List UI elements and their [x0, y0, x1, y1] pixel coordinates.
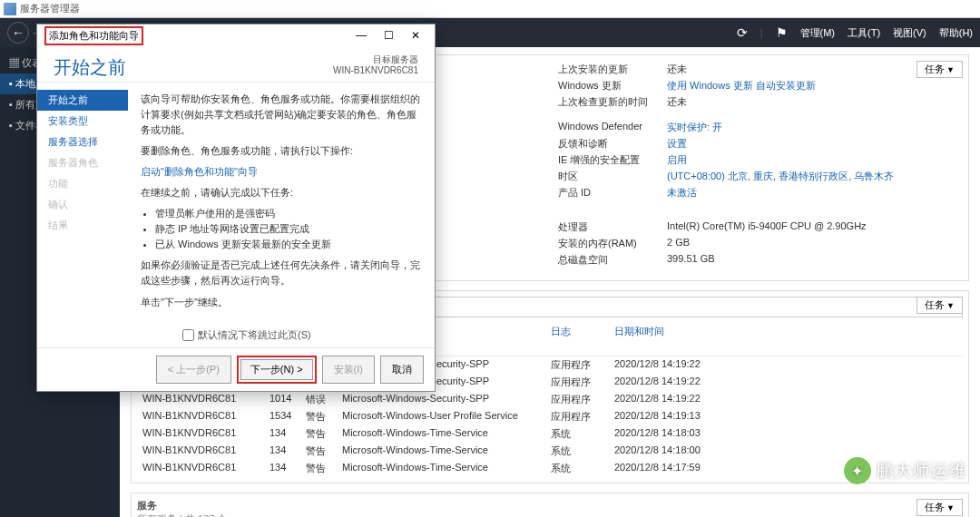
prop-label: Windows 更新 [558, 79, 667, 93]
wizard-step: 服务器角色 [37, 152, 128, 173]
app-titlebar: 服务器管理器 [0, 0, 980, 18]
event-row[interactable]: WIN-B1KNVDR6C81134警告Microsoft-Windows-Ti… [137, 425, 963, 443]
app-title: 服务器管理器 [20, 2, 80, 15]
next-button[interactable]: 下一步(N) > [240, 359, 313, 380]
app-icon [4, 3, 16, 15]
menu-manage[interactable]: 管理(M) [800, 26, 836, 40]
wizard-bullet: 管理员帐户使用的是强密码 [155, 206, 422, 221]
menu-view[interactable]: 视图(V) [893, 26, 926, 40]
prop-value: Intel(R) Core(TM) i5-9400F CPU @ 2.90GHz [667, 220, 867, 234]
wizard-text: 在继续之前，请确认完成以下任务: [141, 185, 422, 200]
tasks-button[interactable]: 任务 [916, 297, 963, 314]
maximize-button[interactable]: ☐ [375, 29, 402, 42]
wizard-nav: 开始之前 安装类型 服务器选择 服务器角色 功能 确认 结果 [37, 83, 128, 325]
prop-value: 还未 [667, 95, 687, 109]
prop-value[interactable]: 设置 [667, 137, 687, 151]
wizard-titlebar[interactable]: 添加角色和功能向导 — ☐ ✕ [37, 24, 435, 46]
watermark-text: 鹏大师运维 [877, 460, 967, 482]
back-button[interactable] [7, 22, 29, 44]
event-row[interactable]: WIN-B1KNVDR6C811014错误Microsoft-Windows-S… [137, 391, 963, 408]
cancel-button[interactable]: 取消 [380, 356, 424, 384]
prop-label: 上次安装的更新 [558, 63, 667, 76]
prev-button: < 上一步(P) [156, 356, 231, 384]
services-panel: 任务 服务所有服务 | 共 187 个 ρ ⊞ ⊟ ⌄ 服务器名称 显示名称 服… [131, 493, 969, 517]
event-row[interactable]: WIN-B1KNVDR6C81134警告Microsoft-Windows-Ti… [137, 460, 963, 477]
target-value: WIN-B1KNVDR6C81 [333, 65, 418, 75]
menu-tools[interactable]: 工具(T) [848, 26, 880, 40]
event-row[interactable]: WIN-B1KNVDR6C811534警告Microsoft-Windows-U… [137, 408, 963, 425]
skip-checkbox[interactable] [182, 329, 194, 341]
watermark: ✦ 鹏大师运维 [844, 457, 967, 484]
wizard-link[interactable]: 启动"删除角色和功能"向导 [141, 166, 258, 177]
prop-value[interactable]: 使用 Windows 更新 自动安装更新 [667, 79, 816, 93]
wizard-text: 该向导可帮助你安装角色、角色服务或功能。你需要根据组织的计算要求(例如共享文档或… [141, 92, 422, 138]
tasks-button[interactable]: 任务 [916, 499, 963, 516]
col-datetime[interactable]: 日期和时间 [609, 323, 745, 354]
event-row[interactable]: WIN-B1KNVDR6C81134警告Microsoft-Windows-Ti… [137, 443, 963, 460]
col-log[interactable]: 日志 [545, 323, 609, 354]
prop-label: 上次检查更新的时间 [558, 95, 667, 109]
prop-value[interactable]: 实时保护: 开 [667, 121, 722, 134]
prop-value[interactable]: 未激活 [667, 186, 697, 200]
prop-label: 产品 ID [558, 186, 667, 200]
prop-value: 2 GB [667, 237, 690, 250]
prop-label: 处理器 [558, 220, 667, 234]
refresh-icon[interactable]: ⟳ [737, 25, 748, 40]
services-subheading: 所有服务 | 共 187 个 [137, 513, 227, 517]
wizard-step[interactable]: 服务器选择 [37, 132, 128, 152]
target-label: 目标服务器 [373, 54, 418, 64]
wizard-bullet: 静态 IP 地址等网络设置已配置完成 [155, 221, 422, 237]
wizard-text: 要删除角色、角色服务或功能，请执行以下操作: [141, 143, 422, 159]
prop-label: 时区 [558, 170, 667, 183]
prop-label: 总磁盘空间 [558, 253, 667, 267]
menu-help[interactable]: 帮助(H) [939, 26, 973, 40]
wizard-content: 该向导可帮助你安装角色、角色服务或功能。你需要根据组织的计算要求(例如共享文档或… [128, 83, 435, 325]
prop-label: 反馈和诊断 [558, 137, 667, 151]
wizard-step: 确认 [37, 194, 128, 215]
tasks-button[interactable]: 任务 [916, 61, 963, 78]
wizard-text: 单击"下一步"继续。 [141, 295, 422, 310]
prop-value: 399.51 GB [667, 253, 715, 267]
minimize-button[interactable]: — [348, 29, 375, 42]
wizard-text: 如果你必须验证是否已完成上述任何先决条件，请关闭向导，完成这些步骤，然后再次运行… [141, 258, 422, 288]
wizard-step[interactable]: 开始之前 [37, 90, 128, 111]
wechat-icon: ✦ [844, 457, 871, 484]
close-button[interactable]: ✕ [402, 29, 429, 42]
wizard-bullet: 已从 Windows 更新安装最新的安全更新 [155, 237, 422, 252]
prop-label: IE 增强的安全配置 [558, 153, 667, 167]
wizard-dialog: 添加角色和功能向导 — ☐ ✕ 开始之前 目标服务器 WIN-B1KNVDR6C… [36, 24, 436, 392]
wizard-step[interactable]: 安装类型 [37, 111, 128, 132]
wizard-title: 添加角色和功能向导 [44, 26, 143, 45]
flag-icon[interactable]: ⚑ [776, 25, 788, 40]
install-button: 安装(I) [322, 356, 375, 384]
services-heading: 服务 [137, 500, 157, 511]
prop-label: 安装的内存(RAM) [558, 237, 667, 250]
wizard-step: 功能 [37, 173, 128, 194]
prop-value[interactable]: 启用 [667, 153, 687, 167]
skip-label: 默认情况下将跳过此页(S) [198, 328, 311, 342]
prop-value: 还未 [667, 63, 687, 76]
prop-value[interactable]: (UTC+08:00) 北京, 重庆, 香港特别行政区, 乌鲁木齐 [667, 170, 894, 183]
wizard-step: 结果 [37, 215, 128, 236]
prop-label: Windows Defender [558, 121, 667, 134]
